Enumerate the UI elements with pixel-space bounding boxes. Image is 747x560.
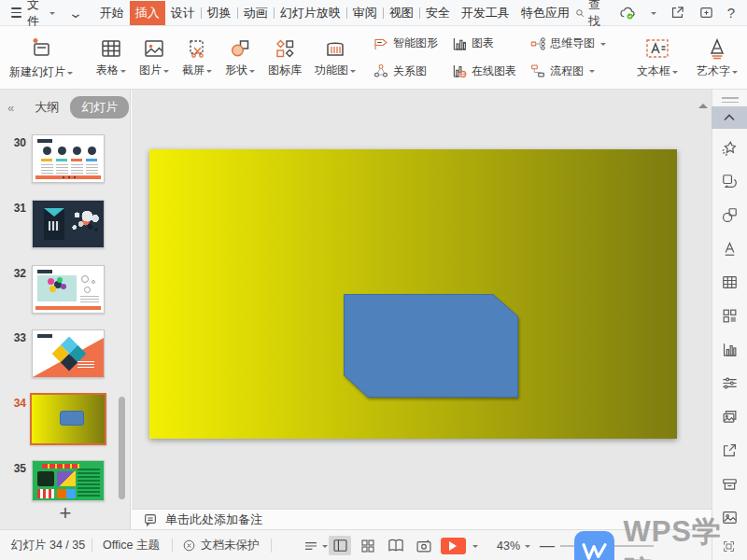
share-icon[interactable] (669, 5, 685, 21)
notes-placeholder[interactable]: 单击此处添加备注 (165, 511, 262, 528)
sidebar-collapse-button[interactable] (712, 106, 747, 129)
slides-tab[interactable]: 幻灯片 (70, 96, 129, 119)
resource-box-icon[interactable] (721, 474, 740, 493)
zoom-level[interactable]: 43% (497, 530, 520, 560)
textbox-button[interactable]: 文本框 (627, 26, 687, 89)
add-slide-button[interactable]: + (0, 503, 131, 524)
slide-thumbnail-row-31: 31 (0, 200, 131, 248)
ribbon-toolbar: 新建幻灯片 表格 图片 截屏 形状 图标库 功能图 (0, 26, 747, 90)
slide-number-selected: 34 (0, 395, 32, 410)
slide-canvas[interactable] (132, 90, 712, 509)
slide-thumbnail-row-34: 34 (0, 395, 131, 443)
cloud-caret-icon[interactable] (651, 12, 656, 18)
slide-sorter-view-button[interactable] (357, 536, 379, 555)
search-icon (575, 7, 585, 20)
tab-devtools[interactable]: 开发工具 (456, 1, 515, 25)
slide-sorter-icon (360, 539, 375, 553)
icon-panel-icon[interactable] (721, 306, 740, 325)
file-menu-label[interactable]: 文件 (27, 0, 44, 30)
relation-diagram-button[interactable]: 关系图 (368, 58, 443, 86)
tab-animation[interactable]: 动画 (238, 1, 274, 25)
slideshow-view-button[interactable] (413, 536, 435, 555)
slide-thumbnail[interactable] (32, 460, 105, 501)
tab-home[interactable]: 开始 (94, 1, 130, 25)
slide-editing-area[interactable] (149, 149, 677, 439)
scroll-up-icon[interactable] (698, 99, 708, 108)
new-slide-icon (28, 35, 54, 62)
quick-access-chevron-icon[interactable]: ⌄ (68, 6, 83, 21)
adjust-settings-icon[interactable] (721, 373, 740, 392)
protection-status[interactable]: 文档未保护 (182, 530, 260, 560)
export-share-icon[interactable] (721, 441, 740, 459)
smart-graphic-button[interactable]: 智能图形 (368, 30, 443, 58)
mindmap-button[interactable]: 思维导图 (525, 30, 611, 58)
table-button[interactable]: 表格 (90, 26, 133, 89)
outline-tab[interactable]: 大纲 (35, 99, 59, 116)
notes-toggle-button[interactable] (303, 530, 328, 560)
normal-view-button[interactable] (329, 536, 351, 555)
slideshow-view-icon (416, 539, 432, 553)
screenshot-button[interactable]: 截屏 (176, 26, 218, 89)
wordart-icon (704, 36, 730, 61)
cloud-sync-icon[interactable] (619, 5, 636, 21)
tab-slideshow[interactable]: 幻灯片放映 (275, 1, 346, 25)
slide-panel: « 大纲 幻灯片 30 31 32 (0, 90, 131, 529)
collapse-panel-icon[interactable]: « (7, 101, 14, 115)
reading-view-button[interactable] (385, 536, 407, 555)
play-icon (449, 541, 461, 551)
wps-logo-icon (574, 531, 614, 560)
tab-special-apps[interactable]: 特色应用 (515, 1, 575, 25)
online-chart-button[interactable]: 在线图表 (446, 58, 521, 86)
blue-snip-corner-shape[interactable] (344, 294, 518, 398)
thumbnail-scrollbar[interactable] (119, 397, 125, 499)
tab-review[interactable]: 审阅 (347, 1, 383, 25)
slide-thumbnail[interactable] (32, 200, 105, 248)
play-options-caret[interactable] (471, 530, 478, 560)
animation-effects-icon[interactable] (721, 138, 740, 157)
slide-number: 32 (0, 265, 32, 280)
file-menu[interactable]: 文件 (0, 0, 55, 30)
zoom-out-button[interactable]: — (540, 530, 555, 560)
screenshot-icon (186, 37, 208, 60)
function-diagram-icon (324, 37, 346, 60)
slide-thumbnail-selected[interactable] (30, 393, 106, 445)
wps-academy-label: WPS学院 (623, 512, 747, 560)
wordart-button[interactable]: 艺术字 (687, 26, 747, 89)
tab-view[interactable]: 视图 (384, 1, 419, 25)
slide-thumbnail-row-32: 32 (0, 265, 131, 314)
canvas-scrollbar[interactable] (697, 93, 710, 504)
wordart-style-icon[interactable] (721, 239, 740, 258)
table-style-icon[interactable] (721, 273, 740, 291)
normal-view-icon (332, 539, 348, 553)
chart-button[interactable]: 图表 (446, 30, 521, 58)
tab-security[interactable]: 安全 (420, 1, 456, 25)
slide-thumbnail[interactable] (32, 134, 105, 183)
notes-lines-icon (303, 539, 318, 553)
zoom-options-caret[interactable] (523, 530, 530, 560)
ribbon-tabs: 开始 插入 设计 切换 动画 幻灯片放映 审阅 视图 安全 开发工具 特色应用 (94, 0, 575, 26)
shapes-button[interactable]: 形状 (218, 26, 261, 89)
icon-library-button[interactable]: 图标库 (261, 26, 308, 89)
table-icon (100, 37, 122, 60)
tab-transition[interactable]: 切换 (202, 1, 237, 25)
new-note-icon[interactable] (698, 5, 714, 21)
function-diagram-button[interactable]: 功能图 (308, 26, 362, 89)
new-slide-button[interactable]: 新建幻灯片 (0, 26, 82, 89)
slide-thumbnail[interactable] (32, 329, 105, 378)
main-menu-icon[interactable] (11, 7, 21, 18)
play-slideshow-button[interactable] (441, 538, 466, 554)
transition-icon[interactable] (721, 172, 740, 190)
tab-insert[interactable]: 插入 (130, 1, 165, 25)
slide-thumbnail[interactable] (32, 265, 105, 314)
flowchart-button[interactable]: 流程图 (525, 58, 611, 86)
image-library-icon[interactable] (721, 407, 740, 426)
theme-name[interactable]: Office 主题 (103, 530, 160, 560)
help-icon[interactable]: ? (727, 5, 735, 21)
picture-button[interactable]: 图片 (133, 26, 176, 89)
chart-panel-icon[interactable] (721, 340, 740, 358)
sidebar-drag-handle[interactable] (722, 97, 739, 103)
tab-design[interactable]: 设计 (165, 1, 201, 25)
slide-thumbnail-row-30: 30 (0, 134, 131, 183)
shape-properties-icon[interactable] (721, 205, 740, 224)
search-button[interactable]: 查找 (575, 0, 606, 30)
